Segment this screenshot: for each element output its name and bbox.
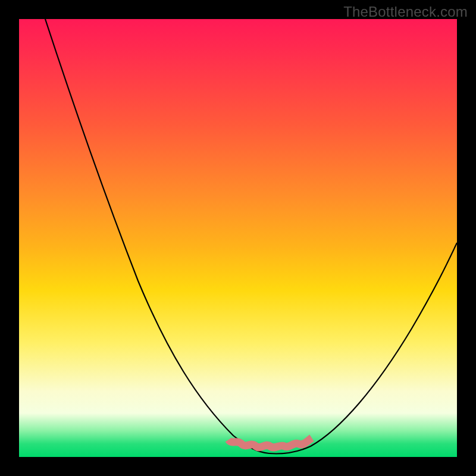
bottleneck-curve [45,19,457,454]
optimum-band [228,438,312,447]
chart-frame: TheBottleneck.com [0,0,476,476]
plot-area [19,19,457,457]
attribution-text: TheBottleneck.com [343,4,468,20]
chart-svg [19,19,457,457]
